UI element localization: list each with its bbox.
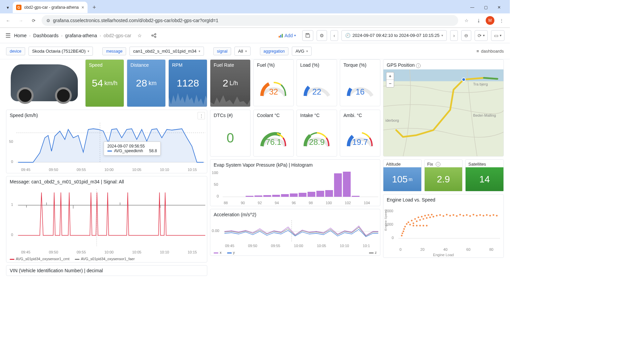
svg-rect-44 — [325, 190, 333, 197]
svg-point-106 — [423, 225, 424, 227]
stat-fuelrate[interactable]: Fuel Rate 2 L/h — [210, 59, 251, 107]
gauge-intake[interactable]: Intake °C 28.9 — [297, 110, 337, 157]
svg-point-86 — [443, 215, 444, 217]
svg-line-3 — [153, 35, 155, 35]
gauge-coolant[interactable]: Coolant °C 76.1 — [253, 110, 294, 157]
back-icon[interactable]: ← — [3, 16, 13, 25]
forward-icon[interactable]: → — [16, 16, 25, 25]
map-zoom-in-icon[interactable]: + — [386, 72, 394, 80]
info-icon[interactable]: i — [436, 162, 440, 167]
svg-point-90 — [456, 215, 458, 217]
stat-distance[interactable]: Distance 28 km — [127, 59, 166, 107]
svg-point-0 — [152, 35, 153, 36]
svg-point-82 — [431, 214, 433, 216]
svg-point-107 — [426, 225, 428, 227]
svg-rect-5 — [279, 36, 280, 38]
svg-rect-6 — [280, 35, 281, 38]
svg-point-94 — [469, 215, 471, 217]
svg-point-93 — [466, 214, 468, 216]
stat-satellites[interactable]: Satellites 14 — [465, 159, 504, 191]
time-range-picker[interactable]: 🕘 2024-09-07 09:42:10 to 2024-09-07 10:1… — [341, 30, 447, 41]
reload-icon[interactable]: ⟳ — [29, 16, 38, 25]
svg-point-64 — [402, 230, 404, 232]
time-back-icon[interactable]: ‹ — [330, 30, 338, 41]
stat-altitude[interactable]: Altitude 105m — [383, 159, 422, 191]
svg-point-98 — [483, 215, 484, 217]
var-select-device[interactable]: Skoda Octavia (7512BE4D)▾ — [29, 47, 93, 56]
svg-line-4 — [153, 36, 155, 37]
msg-legend: AVG_s01pid34_oxysensor1_crnt AVG_s01pid3… — [6, 255, 207, 262]
gauge-torque[interactable]: Torque (%) 16 — [340, 59, 380, 106]
svg-point-95 — [473, 214, 474, 216]
refresh-icon[interactable]: ⟳ ▾ — [475, 30, 488, 41]
svg-point-78 — [424, 215, 426, 217]
breadcrumb-home[interactable]: Home — [14, 33, 26, 38]
kiosk-icon[interactable]: ▭ ▾ — [491, 30, 504, 41]
svg-point-96 — [476, 215, 478, 217]
svg-text:Engine Speed: Engine Speed — [384, 210, 387, 230]
new-tab-button[interactable]: + — [90, 3, 99, 12]
svg-point-76 — [421, 216, 423, 218]
url-text: grafana.csselectronics.stellarhosted.com… — [53, 18, 218, 23]
dashboards-link[interactable]: ≡dashboards — [476, 49, 504, 54]
stat-fix[interactable]: Fixi 2.9 — [424, 159, 463, 191]
profile-avatar[interactable]: M — [486, 16, 494, 25]
menu-icon[interactable]: ☰ — [5, 32, 11, 39]
svg-rect-35 — [246, 196, 253, 197]
info-icon[interactable]: i — [416, 63, 421, 68]
svg-text:1: 1 — [11, 203, 13, 207]
site-info-icon[interactable]: ⚙ — [46, 18, 50, 23]
favorite-icon[interactable]: ☆ — [135, 30, 145, 41]
save-icon[interactable] — [302, 30, 313, 41]
minimize-icon[interactable]: — — [467, 2, 478, 13]
var-select-aggregation[interactable]: AVG▾ — [292, 47, 312, 56]
time-forward-icon[interactable]: › — [450, 30, 458, 41]
stat-rpm[interactable]: RPM 1128 — [168, 59, 207, 107]
stat-dtcs[interactable]: DTCs (#) 0 — [210, 110, 251, 157]
star-icon[interactable]: ☆ — [462, 15, 472, 25]
breadcrumb-folder[interactable]: grafana-athena — [65, 33, 97, 38]
tab-title: obd2-gps-car - grafana-athena — [24, 5, 79, 10]
add-button[interactable]: Add ▾ — [275, 30, 299, 41]
maximize-icon[interactable]: ▢ — [480, 2, 491, 13]
map-panel[interactable]: GPS Positioni iderborg Beder-Malling Tra… — [383, 59, 504, 157]
map-zoom-controls: + − — [386, 72, 394, 88]
gauge-fuel[interactable]: Fuel (%) 32 — [253, 59, 294, 106]
svg-point-66 — [404, 226, 406, 227]
zoom-out-icon[interactable]: ⊖ — [461, 30, 471, 41]
browser-chrome: ▾ G obd2-gps-car - grafana-athena × + — … — [0, 0, 510, 28]
svg-point-71 — [413, 223, 414, 224]
url-input[interactable]: ⚙ grafana.csselectronics.stellarhosted.c… — [42, 15, 458, 26]
histogram-panel[interactable]: Evap System Vapor Pressure (kPa) | Histo… — [210, 159, 380, 206]
svg-point-85 — [439, 214, 441, 216]
var-label-aggregation: aggregation — [260, 47, 288, 55]
settings-icon[interactable]: ⚙ — [317, 30, 327, 41]
breadcrumb-dashboards[interactable]: Dashboards — [33, 33, 59, 38]
browser-tab[interactable]: G obd2-gps-car - grafana-athena × — [13, 2, 88, 13]
vin-panel[interactable]: VIN (Vehicle Identification Number) | de… — [6, 265, 207, 276]
stat-speed[interactable]: Speed 54 km/h — [85, 59, 124, 107]
panel-menu-icon[interactable]: ⋮ — [198, 112, 205, 119]
scatter-panel[interactable]: Engine Load vs. Speed 200010000 Engine S… — [383, 194, 504, 258]
svg-text:100: 100 — [212, 171, 218, 175]
map-canvas[interactable]: iderborg Beder-Malling Tra bjerg + − — [383, 69, 503, 157]
var-select-signal[interactable]: All▾ — [234, 47, 250, 56]
gauge-ambi[interactable]: Ambi. °C 19.7 — [340, 110, 380, 157]
tab-search-dropdown[interactable]: ▾ — [3, 2, 13, 13]
svg-rect-41 — [299, 193, 307, 197]
svg-point-65 — [403, 228, 405, 230]
speed-timeseries-panel[interactable]: Speed (km/h) ⋮ 500 2024-09-07 09:56:55 A… — [6, 110, 207, 173]
kebab-icon[interactable]: ⋮ — [496, 15, 506, 25]
tab-bar: ▾ G obd2-gps-car - grafana-athena × + — … — [0, 0, 510, 13]
download-icon[interactable]: ⭳ — [474, 15, 484, 25]
message-timeseries-panel[interactable]: Message: can1_obd2_s_m01_s01pid_m34 | Si… — [6, 176, 207, 263]
share-icon[interactable] — [148, 30, 160, 41]
close-window-icon[interactable]: ✕ — [494, 2, 504, 13]
map-zoom-out-icon[interactable]: − — [386, 80, 394, 87]
acceleration-panel[interactable]: Acceleration (m/s^2) 0.00 09:4509:5009:5… — [210, 209, 380, 256]
svg-rect-46 — [343, 172, 351, 197]
var-select-message[interactable]: can1_obd2_s_m01_s01pid_m34▾ — [129, 47, 204, 56]
close-icon[interactable]: × — [82, 5, 84, 10]
svg-rect-39 — [281, 194, 289, 197]
gauge-load[interactable]: Load (%) 22 — [297, 59, 337, 106]
